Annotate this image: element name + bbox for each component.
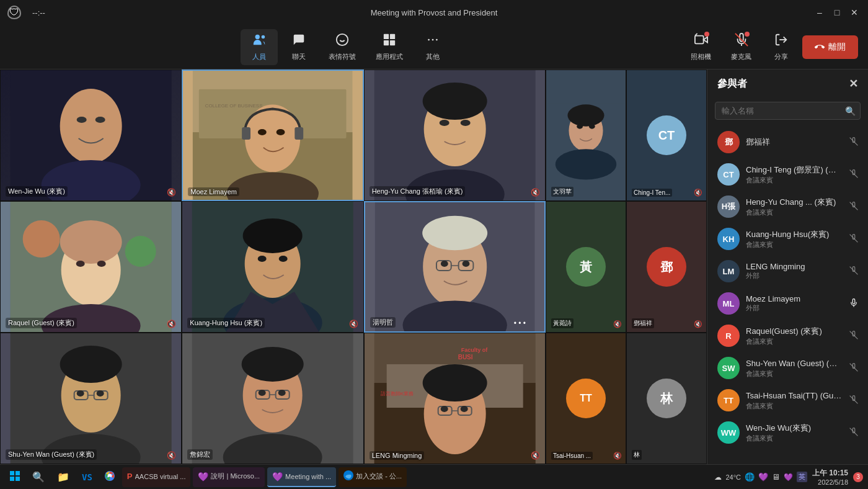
participant-item[interactable]: LM LENG Mingming 外部 [707,255,868,287]
participant-avatar: R [717,325,740,347]
minimize-button[interactable]: – [813,6,826,19]
share-button[interactable]: 分享 [763,29,800,65]
svg-point-69 [77,390,84,397]
apps-icon [383,33,396,50]
svg-point-20 [77,117,87,123]
svg-point-41 [125,236,156,267]
participant-item[interactable]: R Raquel(Guest) (來賓) 會議來賓 [707,320,868,352]
video-cell-raquel[interactable]: Raquel (Guest) (來賓) 🔇 [0,201,182,333]
vscode-button[interactable]: VS [77,467,97,487]
participant-info: LENG Mingming 外部 [746,262,843,280]
taskbar-aacsb-label: AACSB virtual ... [135,473,186,480]
participant-avatar: TT [717,389,740,411]
taskbar-aacsb[interactable]: P AACSB virtual ... [122,467,191,487]
emoji-button[interactable]: 表情符號 [320,29,365,65]
video-cell-zhanjinhong[interactable]: 詹錦宏 [182,333,363,464]
taskbar-teams-help[interactable]: 💜 說明 | Microso... [193,467,265,487]
svg-point-92 [460,406,467,412]
chat-button[interactable]: 聯天 [280,29,317,65]
cell-more-tang[interactable]: • • • [514,319,526,328]
title-bar-title: Meeting with Provost and President [371,8,498,17]
participant-name: Wen-Jie Wu(來賓) [746,423,843,434]
powerpoint-icon: P [127,472,133,481]
svg-point-37 [422,83,487,120]
mic-button[interactable]: 麥克風 [722,29,760,65]
participant-item[interactable]: KH Kuang-Hung Hsu(來賓) 會議來賓 [707,223,868,255]
participant-item[interactable]: WW Wen-Jie Wu(來賓) 會議來賓 [707,416,868,449]
participant-role: 會議來賓 [746,208,843,217]
svg-point-50 [243,218,303,253]
participant-mic-icon [849,169,858,180]
taskbar-edge-chat[interactable]: 加入交談 - 公... [339,467,407,487]
svg-point-0 [255,34,260,38]
cell-name-shuyen: Shu-Yen Wan (Guest) (來賓) [6,449,97,460]
cell-mic-leng: 🔇 [531,451,540,460]
cell-name-tang: 湯明哲 [370,317,396,328]
apps-button[interactable]: 應用程式 [367,29,412,65]
chat-icon [292,33,306,50]
svg-point-45 [76,261,85,267]
taskbar-teams-help-label: 說明 | Microso... [211,472,260,481]
cell-name-moez: Moez Limayem [188,187,239,196]
chat-label: 聯天 [292,52,306,61]
call-timer: --:-- [32,8,45,17]
search-button[interactable]: 🔍 [27,467,50,487]
svg-text:語言教師K業務: 語言教師K業務 [380,391,413,397]
video-cell-hengyu[interactable]: Heng-Yu Chang 張栢瑜 (來賓) 🔇 [364,70,546,201]
participant-info: Ching-I Teng (鄧景宜) (來賓) 會議來賓 [746,164,843,185]
avatar-mic-ct: 🔇 [694,189,702,197]
camera-button[interactable]: 照相機 [682,29,720,65]
chrome-button[interactable] [100,467,120,487]
participant-item[interactable]: TT Tsai-Hsuan Tsai(TT) (Guest) (來賓) 會議來賓 [707,384,868,416]
cell-mic-raquel: 🔇 [167,320,176,328]
svg-line-99 [850,137,858,145]
participant-info: Heng-Yu Chang ... (來賓) 會議來賓 [746,197,843,217]
avatar-circle-ct: CT [647,115,686,155]
participant-role: 會議來賓 [746,240,843,249]
svg-line-105 [850,331,858,339]
participant-info: Shu-Yen Wan (Guest) (來賓) 會議來賓 [746,358,843,379]
svg-line-101 [850,202,858,210]
video-cell-tang[interactable]: 湯明哲 • • • [364,201,546,333]
video-cell-leng[interactable]: Faculty of BUSI 語言教師K業務 LENG Mingming 🔇 [364,333,546,464]
video-cell-moez[interactable]: COLLEGE OF BUSINESS Moez Limayem [182,70,363,201]
notification-badge[interactable]: 3 [853,472,863,482]
network-icon: 🌐 [745,472,755,482]
close-participants-button[interactable]: ✕ [849,77,858,91]
maximize-button[interactable]: □ [831,6,843,19]
avatar-name-deng: 鄧福祥 [632,318,654,328]
main-content: Wen-Jie Wu (來賓) 🔇 COLLEGE OF BUSINESS [0,70,868,464]
participant-item[interactable]: ML Moez Limayem 外部 [707,287,868,320]
share-label: 分享 [774,52,788,61]
display-icon: 🖥 [772,472,780,482]
participant-name: 鄧福祥 [746,137,843,148]
video-cell-wenjie[interactable]: Wen-Jie Wu (來賓) 🔇 [0,70,182,201]
participants-search-input[interactable] [715,102,861,120]
svg-rect-6 [390,34,395,38]
participant-item[interactable]: H張 Heng-Yu Chang ... (來賓) 會議來賓 [707,191,868,223]
svg-point-65 [60,346,122,383]
taskbar-teams-meeting[interactable]: 💜 Meeting with ... [267,467,336,487]
mic-label: 麥克風 [731,52,751,61]
svg-point-2 [337,34,348,45]
leave-button[interactable]: 離開 [802,35,858,59]
svg-point-35 [439,120,449,126]
title-bar: 🛡 --:-- Meeting with Provost and Preside… [0,0,868,25]
taskbar: 🔍 📁 VS P AACSB virtual ... 💜 說明 | Micros… [0,464,868,489]
video-cell-kuanghung[interactable]: Kuang-Hung Hsu (來賓) 🔇 [182,201,363,333]
close-button[interactable]: ✕ [848,6,861,19]
file-explorer-button[interactable]: 📁 [52,467,74,487]
participant-item[interactable]: CT Ching-I Teng (鄧景宜) (來賓) 會議來賓 [707,158,868,191]
avatar-circle-huang: 黃 [566,247,606,287]
people-button[interactable]: 人員 [241,29,278,65]
svg-rect-7 [384,40,389,45]
start-button[interactable] [5,467,25,487]
participant-item[interactable]: SW Shu-Yen Wan (Guest) (來賓) 會議來賓 [707,352,868,384]
taskbar-clock: 上午 10:15 2022/5/18 [812,468,848,486]
participant-name: Ching-I Teng (鄧景宜) (來賓) [746,164,843,176]
video-cell-shuyen[interactable]: Shu-Yen Wan (Guest) (來賓) 🔇 [0,333,182,464]
more-button[interactable]: 其他 [414,29,451,65]
participant-item[interactable]: 鄧 鄧福祥 [707,126,868,158]
svg-point-74 [242,347,304,382]
avatar-panel: 文羽苹 CT Ching-I Ten... 🔇 黃 黃菀詩 🔇 鄧 鄧福祥 🔇 [546,70,707,464]
